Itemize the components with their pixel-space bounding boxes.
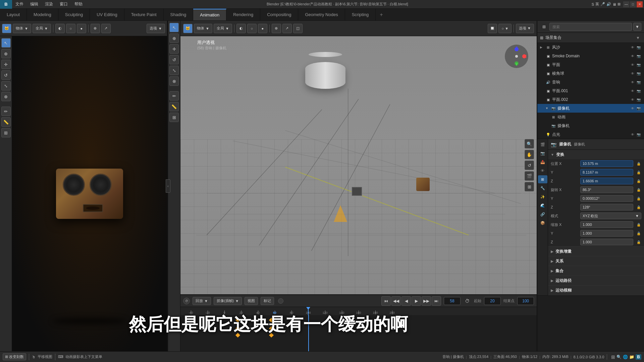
outliner-item-light[interactable]: 💡 点光 👁 📷: [537, 130, 644, 139]
eye-icon-camera[interactable]: 👁: [630, 106, 635, 111]
rv-shading-rendered[interactable]: ●: [258, 24, 267, 33]
props-back-btn[interactable]: ⊞: [540, 23, 548, 31]
render-icon-plane001[interactable]: 📷: [636, 88, 641, 94]
timeline-dot[interactable]: [278, 298, 283, 304]
outliner-item-camera2[interactable]: 📷 摄像机: [537, 121, 644, 130]
props-tab-data[interactable]: 📦: [538, 219, 547, 227]
right-viewport[interactable]: 用户透视 (58) 音响 | 摄像机 Z X Y: [180, 36, 537, 294]
vp-camera[interactable]: 🎬: [525, 171, 534, 181]
timeline-view-btn[interactable]: 视图: [245, 297, 258, 305]
mid-add-btn[interactable]: ⊞: [169, 113, 179, 122]
annotate-btn[interactable]: ✏: [1, 107, 11, 116]
vp-pan[interactable]: ✋: [525, 150, 534, 159]
playback-btn[interactable]: 回放▼: [193, 297, 211, 305]
props-relations-header[interactable]: ▶ 关系: [548, 256, 644, 266]
timeline-type-icon[interactable]: ⏱: [183, 298, 190, 304]
jump-start-btn[interactable]: ⏮: [381, 296, 391, 306]
tab-layout[interactable]: Layout: [0, 9, 27, 20]
tab-modeling[interactable]: Modeling: [27, 9, 58, 20]
eye-icon-speaker[interactable]: 👁: [630, 79, 635, 85]
rv-overlays[interactable]: ⊕: [272, 24, 281, 33]
status-mode-btn[interactable]: ⊞ 改变刻数: [3, 353, 26, 360]
menu-help[interactable]: 帮助: [71, 0, 86, 8]
left-viewport[interactable]: [12, 36, 167, 351]
current-frame-display[interactable]: 58: [444, 297, 461, 305]
rotation-x-value[interactable]: 86.3°: [580, 186, 633, 193]
eye-icon-plane[interactable]: 👁: [630, 62, 635, 67]
mid-rotate-btn[interactable]: ↺: [169, 55, 179, 64]
rotation-z-value[interactable]: 128°: [580, 204, 633, 210]
props-filter-btn[interactable]: ▼: [633, 23, 641, 31]
mid-measure-btn[interactable]: 📏: [169, 102, 179, 111]
rv-proportional[interactable]: ○ ▼: [498, 24, 512, 33]
select-dropdown[interactable]: 选项 ▼: [147, 24, 165, 33]
prev-frame-btn[interactable]: ◀: [401, 296, 411, 306]
object-mode-icon[interactable]: 🐱: [2, 24, 11, 33]
render-icon-camera[interactable]: 📷: [636, 106, 641, 111]
taskbar-windows-icon[interactable]: ⊞: [611, 354, 615, 360]
vp-grid[interactable]: ⊞: [525, 182, 534, 191]
props-tab-modifier[interactable]: 🔧: [538, 184, 547, 192]
rv-select-mode[interactable]: 选项 ▼: [516, 24, 534, 33]
menu-edit[interactable]: 编辑: [27, 0, 42, 8]
outliner-item-plane002[interactable]: ▣ 平面.002 👁 📷: [537, 95, 644, 104]
add-primitive-btn[interactable]: ⊞: [1, 128, 11, 137]
props-tab-physics[interactable]: 🌊: [538, 201, 547, 209]
start-frame-display[interactable]: 20: [484, 297, 501, 305]
select-tool-btn[interactable]: ↖: [1, 38, 11, 48]
props-delta-header[interactable]: ▶ 变换增量: [548, 247, 644, 256]
scale-tool-btn[interactable]: ⤡: [1, 81, 11, 90]
props-tab-particles[interactable]: ✨: [538, 193, 547, 201]
tab-sculpting[interactable]: Sculpting: [58, 9, 90, 20]
tab-add-button[interactable]: +: [376, 9, 387, 20]
outliner-item-speaker[interactable]: 🔊 音响 👁 📷: [537, 78, 644, 86]
close-button[interactable]: ✕: [637, 1, 643, 7]
scale-y-value[interactable]: 1.000: [580, 230, 633, 237]
menu-render[interactable]: 渲染: [42, 0, 56, 8]
mid-annotate-btn[interactable]: ✏: [169, 91, 179, 101]
props-tab-scene[interactable]: 🎬: [538, 140, 547, 148]
taskbar-search-icon[interactable]: 🔍: [616, 355, 622, 359]
rotate-tool-btn[interactable]: ↺: [1, 70, 11, 80]
rv-shading-material[interactable]: ○: [247, 24, 257, 33]
taskbar-file-icon[interactable]: 📁: [629, 355, 634, 359]
location-x-lock[interactable]: 🔒: [636, 161, 641, 166]
outliner-item-plane[interactable]: ▣ 平面 👁 📷: [537, 60, 644, 69]
render-icon-smoke[interactable]: 📷: [636, 53, 641, 59]
rv-global-dropdown[interactable]: 全局▼: [214, 24, 232, 33]
move-tool-btn[interactable]: ✛: [1, 60, 11, 69]
render-icon-edgesphere[interactable]: 📷: [636, 71, 641, 76]
location-z-value[interactable]: 1.6606 m: [580, 178, 633, 184]
tab-compositing[interactable]: Compositing: [260, 9, 298, 20]
transform-tool-btn[interactable]: ⊗: [1, 92, 11, 101]
mid-transform-btn[interactable]: ⊗: [169, 76, 179, 86]
jump-end-btn[interactable]: ⏭: [432, 296, 441, 306]
rv-object-dropdown[interactable]: 物体▼: [194, 24, 212, 33]
object-mode-dropdown[interactable]: 物体 ▼: [13, 24, 31, 33]
end-frame-display[interactable]: 100: [517, 297, 534, 305]
scale-z-value[interactable]: 1.000: [580, 239, 633, 245]
vp-orbit[interactable]: ↺: [525, 161, 534, 170]
props-visibility-header[interactable]: ▶ 运动模糊: [548, 286, 644, 295]
taskbar-blender-icon[interactable]: B: [636, 354, 641, 360]
outliner-item-edgesphere[interactable]: ▣ 棱角球 👁 📷: [537, 69, 644, 78]
maximize-button[interactable]: □: [630, 1, 636, 7]
timeline-content[interactable]: [180, 315, 537, 351]
vp-zoom-in[interactable]: 🔍: [525, 139, 534, 148]
tab-texture-paint[interactable]: Texture Paint: [124, 9, 164, 20]
props-search-input[interactable]: [549, 23, 632, 31]
time-icon[interactable]: ⏱: [463, 297, 471, 305]
rv-object-icon[interactable]: 🐱: [183, 24, 193, 33]
render-icon-speaker[interactable]: 📷: [636, 79, 641, 85]
rotation-y-lock[interactable]: 🔒: [636, 196, 641, 201]
shading-solid-btn[interactable]: ◐: [55, 24, 65, 33]
scale-x-lock[interactable]: 🔒: [636, 222, 641, 227]
shading-material-btn[interactable]: ○: [66, 24, 75, 33]
eye-icon-fengsha[interactable]: 👁: [630, 45, 635, 50]
rv-shading-solid[interactable]: ◐: [236, 24, 246, 33]
outliner-filter-btn[interactable]: ▼: [635, 35, 641, 41]
tab-animation[interactable]: Animation: [193, 9, 226, 20]
props-tab-output[interactable]: 📤: [538, 158, 547, 166]
prev-keyframe-btn[interactable]: ◀◀: [391, 296, 401, 306]
outliner-item-camera[interactable]: ▼ 📷 摄像机 👁 📷: [537, 104, 644, 113]
